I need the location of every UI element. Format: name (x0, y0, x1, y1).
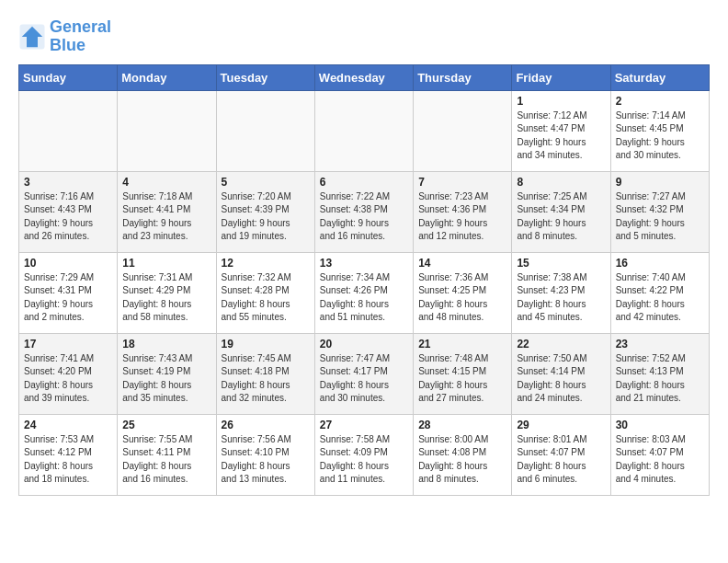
calendar-cell: 23Sunrise: 7:52 AM Sunset: 4:13 PM Dayli… (610, 333, 709, 414)
day-number: 26 (222, 419, 310, 431)
day-number: 13 (320, 257, 408, 270)
day-number: 22 (517, 338, 605, 350)
calendar-cell: 15Sunrise: 7:38 AM Sunset: 4:23 PM Dayli… (512, 252, 610, 333)
calendar-cell: 5Sunrise: 7:20 AM Sunset: 4:39 PM Daylig… (216, 171, 314, 252)
calendar-cell: 27Sunrise: 7:58 AM Sunset: 4:09 PM Dayli… (314, 414, 413, 495)
day-info: Sunrise: 8:03 AM Sunset: 4:07 PM Dayligh… (616, 433, 704, 487)
calendar-table: SundayMondayTuesdayWednesdayThursdayFrid… (18, 64, 710, 496)
calendar-cell: 26Sunrise: 7:56 AM Sunset: 4:10 PM Dayli… (216, 414, 314, 495)
day-info: Sunrise: 7:48 AM Sunset: 4:15 PM Dayligh… (418, 352, 506, 406)
day-info: Sunrise: 7:52 AM Sunset: 4:13 PM Dayligh… (616, 352, 704, 406)
day-number: 24 (24, 419, 112, 431)
calendar-cell: 10Sunrise: 7:29 AM Sunset: 4:31 PM Dayli… (19, 252, 118, 333)
day-number: 2 (616, 95, 704, 108)
calendar-week-2: 3Sunrise: 7:16 AM Sunset: 4:43 PM Daylig… (19, 171, 710, 252)
calendar-week-1: 1Sunrise: 7:12 AM Sunset: 4:47 PM Daylig… (19, 90, 710, 171)
day-info: Sunrise: 7:47 AM Sunset: 4:17 PM Dayligh… (320, 352, 408, 406)
calendar-cell: 12Sunrise: 7:32 AM Sunset: 4:28 PM Dayli… (216, 252, 314, 333)
day-number: 29 (517, 419, 605, 431)
day-number: 17 (24, 338, 112, 350)
calendar-week-4: 17Sunrise: 7:41 AM Sunset: 4:20 PM Dayli… (19, 333, 710, 414)
day-number: 5 (222, 176, 310, 189)
calendar-cell: 29Sunrise: 8:01 AM Sunset: 4:07 PM Dayli… (512, 414, 610, 495)
day-info: Sunrise: 7:31 AM Sunset: 4:29 PM Dayligh… (122, 271, 210, 325)
day-info: Sunrise: 7:23 AM Sunset: 4:36 PM Dayligh… (418, 190, 506, 244)
calendar-cell: 7Sunrise: 7:23 AM Sunset: 4:36 PM Daylig… (414, 171, 512, 252)
weekday-header-tuesday: Tuesday (216, 64, 314, 90)
day-number: 18 (122, 338, 210, 350)
weekday-header-thursday: Thursday (414, 64, 512, 90)
day-info: Sunrise: 7:34 AM Sunset: 4:26 PM Dayligh… (320, 271, 408, 325)
calendar-cell: 16Sunrise: 7:40 AM Sunset: 4:22 PM Dayli… (610, 252, 709, 333)
day-number: 10 (24, 257, 112, 270)
calendar-cell: 4Sunrise: 7:18 AM Sunset: 4:41 PM Daylig… (118, 171, 216, 252)
day-info: Sunrise: 7:53 AM Sunset: 4:12 PM Dayligh… (24, 433, 112, 487)
day-info: Sunrise: 7:22 AM Sunset: 4:38 PM Dayligh… (320, 190, 408, 244)
day-info: Sunrise: 7:14 AM Sunset: 4:45 PM Dayligh… (616, 109, 704, 163)
day-number: 21 (418, 338, 506, 350)
day-info: Sunrise: 7:56 AM Sunset: 4:10 PM Dayligh… (222, 433, 310, 487)
weekday-header-sunday: Sunday (19, 64, 118, 90)
day-info: Sunrise: 7:25 AM Sunset: 4:34 PM Dayligh… (517, 190, 605, 244)
calendar-cell (19, 90, 118, 171)
day-info: Sunrise: 7:41 AM Sunset: 4:20 PM Dayligh… (24, 352, 112, 406)
calendar-cell: 13Sunrise: 7:34 AM Sunset: 4:26 PM Dayli… (314, 252, 413, 333)
day-number: 23 (616, 338, 704, 350)
day-number: 11 (122, 257, 210, 270)
day-info: Sunrise: 7:32 AM Sunset: 4:28 PM Dayligh… (222, 271, 310, 325)
weekday-header-wednesday: Wednesday (314, 64, 413, 90)
day-info: Sunrise: 7:18 AM Sunset: 4:41 PM Dayligh… (122, 190, 210, 244)
calendar-cell: 17Sunrise: 7:41 AM Sunset: 4:20 PM Dayli… (19, 333, 118, 414)
day-info: Sunrise: 7:40 AM Sunset: 4:22 PM Dayligh… (616, 271, 704, 325)
calendar-cell (216, 90, 314, 171)
day-number: 27 (320, 419, 408, 431)
day-number: 1 (517, 95, 605, 108)
calendar-cell: 24Sunrise: 7:53 AM Sunset: 4:12 PM Dayli… (19, 414, 118, 495)
day-number: 3 (24, 176, 112, 189)
day-info: Sunrise: 7:38 AM Sunset: 4:23 PM Dayligh… (517, 271, 605, 325)
calendar-cell (314, 90, 413, 171)
day-number: 8 (517, 176, 605, 189)
calendar-cell: 18Sunrise: 7:43 AM Sunset: 4:19 PM Dayli… (118, 333, 216, 414)
weekday-header-monday: Monday (118, 64, 216, 90)
calendar-week-5: 24Sunrise: 7:53 AM Sunset: 4:12 PM Dayli… (19, 414, 710, 495)
calendar-cell: 1Sunrise: 7:12 AM Sunset: 4:47 PM Daylig… (512, 90, 610, 171)
calendar-cell: 11Sunrise: 7:31 AM Sunset: 4:29 PM Dayli… (118, 252, 216, 333)
day-info: Sunrise: 7:36 AM Sunset: 4:25 PM Dayligh… (418, 271, 506, 325)
day-number: 12 (222, 257, 310, 270)
day-number: 7 (418, 176, 506, 189)
calendar-cell: 6Sunrise: 7:22 AM Sunset: 4:38 PM Daylig… (314, 171, 413, 252)
calendar-cell: 21Sunrise: 7:48 AM Sunset: 4:15 PM Dayli… (414, 333, 512, 414)
weekday-header-row: SundayMondayTuesdayWednesdayThursdayFrid… (19, 64, 710, 90)
calendar-cell: 30Sunrise: 8:03 AM Sunset: 4:07 PM Dayli… (610, 414, 709, 495)
logo-text: General Blue (50, 18, 111, 55)
day-number: 4 (122, 176, 210, 189)
day-number: 19 (222, 338, 310, 350)
calendar-cell: 28Sunrise: 8:00 AM Sunset: 4:08 PM Dayli… (414, 414, 512, 495)
day-info: Sunrise: 7:16 AM Sunset: 4:43 PM Dayligh… (24, 190, 112, 244)
calendar-cell: 2Sunrise: 7:14 AM Sunset: 4:45 PM Daylig… (610, 90, 709, 171)
day-number: 9 (616, 176, 704, 189)
day-info: Sunrise: 7:55 AM Sunset: 4:11 PM Dayligh… (122, 433, 210, 487)
day-info: Sunrise: 7:27 AM Sunset: 4:32 PM Dayligh… (616, 190, 704, 244)
logo: General Blue (18, 18, 111, 55)
day-info: Sunrise: 7:50 AM Sunset: 4:14 PM Dayligh… (517, 352, 605, 406)
calendar-cell: 9Sunrise: 7:27 AM Sunset: 4:32 PM Daylig… (610, 171, 709, 252)
day-info: Sunrise: 7:12 AM Sunset: 4:47 PM Dayligh… (517, 109, 605, 163)
day-info: Sunrise: 7:58 AM Sunset: 4:09 PM Dayligh… (320, 433, 408, 487)
weekday-header-friday: Friday (512, 64, 610, 90)
day-info: Sunrise: 7:29 AM Sunset: 4:31 PM Dayligh… (24, 271, 112, 325)
day-number: 16 (616, 257, 704, 270)
day-number: 25 (122, 419, 210, 431)
page-header: General Blue (18, 18, 710, 55)
weekday-header-saturday: Saturday (610, 64, 709, 90)
day-number: 14 (418, 257, 506, 270)
calendar-cell: 8Sunrise: 7:25 AM Sunset: 4:34 PM Daylig… (512, 171, 610, 252)
day-info: Sunrise: 7:20 AM Sunset: 4:39 PM Dayligh… (222, 190, 310, 244)
calendar-cell: 22Sunrise: 7:50 AM Sunset: 4:14 PM Dayli… (512, 333, 610, 414)
calendar-cell: 19Sunrise: 7:45 AM Sunset: 4:18 PM Dayli… (216, 333, 314, 414)
logo-icon (18, 23, 46, 51)
day-info: Sunrise: 8:01 AM Sunset: 4:07 PM Dayligh… (517, 433, 605, 487)
day-info: Sunrise: 8:00 AM Sunset: 4:08 PM Dayligh… (418, 433, 506, 487)
calendar-cell (118, 90, 216, 171)
